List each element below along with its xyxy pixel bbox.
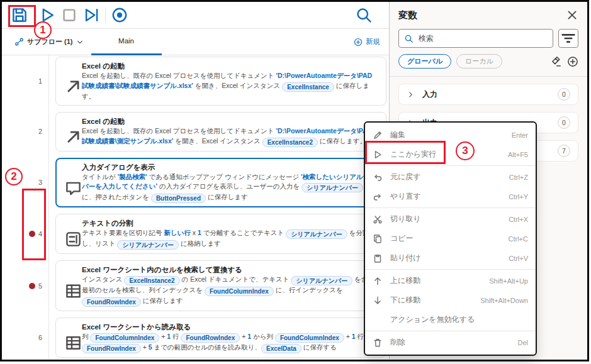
variable-pill[interactable]: ExcelData	[261, 344, 301, 353]
stop-button[interactable]	[60, 6, 78, 24]
action-card[interactable]: Excel ワークシートから読み取る列 FoundColumnIndex + 1…	[55, 317, 386, 358]
menu-item-label: 編集	[390, 130, 512, 140]
menu-item-shortcut: Ctrl+X	[509, 216, 528, 223]
action-row-rail[interactable]: 4	[2, 214, 48, 254]
action-title: Excel の起動	[82, 61, 378, 71]
pencil-icon	[373, 130, 383, 140]
action-row-rail[interactable]: 1	[2, 57, 48, 106]
menu-separator	[365, 165, 536, 166]
highlighted-value: 1	[247, 333, 251, 340]
variable-pill[interactable]: FoundColumnIndex	[275, 333, 344, 343]
menu-item[interactable]: 上に移動Shift+Alt+Up	[365, 271, 536, 290]
action-row-number: 3	[38, 179, 42, 186]
run-next-action-button[interactable]	[82, 6, 100, 24]
action-description: 列 FoundColumnIndex + 1 行 FoundRowIndex +…	[82, 332, 378, 353]
menu-item[interactable]: 切り取りCtrl+X	[365, 209, 536, 229]
run-icon	[38, 6, 56, 24]
arrow-down-icon	[373, 295, 383, 306]
menu-item[interactable]: 下に移動Shift+Alt+Down	[365, 290, 536, 310]
recorder-icon	[111, 6, 128, 24]
subflow-dropdown[interactable]: サブフロー (1)	[2, 37, 84, 47]
action-row-rail[interactable]: 2	[2, 112, 48, 152]
subflow-label: サブフロー (1)	[27, 37, 73, 47]
highlighted-value: 1	[352, 333, 356, 340]
menu-item-shortcut: Ctrl+V	[509, 255, 528, 262]
menu-item-label: 削除	[390, 337, 517, 348]
highlighted-value: 'D:\PowerAutoamteデータ\PAD試験成績書\測定サンプル.xls…	[82, 127, 372, 145]
variable-pill[interactable]: シリアルナンバー	[291, 276, 352, 285]
action-row-rail[interactable]: 5	[2, 260, 48, 311]
trash-icon	[373, 338, 383, 348]
menu-item[interactable]: 貼り付けCtrl+V	[365, 248, 536, 268]
action-list-canvas: 1Excel の起動Excel を起動し、既存の Excel プロセスを使用して…	[2, 55, 389, 359]
variable-pill[interactable]: ExcelInstance2	[124, 276, 179, 285]
tab-main[interactable]: Main	[91, 29, 162, 55]
save-icon	[11, 6, 28, 24]
action-title: Excel ワークシートから読み取る	[82, 322, 378, 332]
variable-pill[interactable]: シリアルナンバー	[286, 229, 347, 239]
variables-section-input[interactable]: 入力 0	[398, 84, 578, 105]
variable-search-input[interactable]	[417, 33, 548, 43]
menu-item-label: コピー	[390, 233, 509, 244]
menu-item-shortcut: Ctrl+Z	[509, 174, 528, 181]
variable-pill[interactable]: FoundRowIndex	[82, 297, 141, 307]
filter-button[interactable]	[558, 29, 578, 48]
action-card[interactable]: 入力ダイアログを表示タイトルが '製品検索' である通知ポップアップ ウィンドウ…	[55, 158, 386, 208]
close-icon[interactable]	[566, 9, 578, 21]
save-button[interactable]	[11, 6, 28, 24]
menu-item[interactable]: 元に戻すCtrl+Z	[365, 167, 536, 187]
count-badge: 7	[558, 145, 570, 157]
variable-pill[interactable]: ExcelInstance2	[262, 138, 318, 147]
action-row-rail[interactable]: 6	[2, 317, 48, 358]
variable-pill[interactable]: FoundRowIndex	[82, 344, 141, 353]
new-subflow-label: 新規	[366, 37, 380, 47]
breakpoint-dot[interactable]	[29, 283, 35, 289]
variable-pill[interactable]: シリアルナンバー	[117, 240, 179, 250]
variable-pill[interactable]: FoundColumnIndex	[205, 287, 274, 296]
cut-icon	[373, 214, 383, 224]
action-row-number: 1	[38, 77, 42, 85]
recorder-button[interactable]	[111, 6, 128, 24]
menu-separator	[365, 331, 536, 331]
menu-item-shortcut: Shift+Alt+Up	[489, 277, 528, 285]
variable-pill[interactable]: ButtonPressed	[151, 194, 206, 203]
action-card[interactable]: Excel の起動Excel を起動し、既存の Excel プロセスを使用してド…	[55, 57, 386, 106]
menu-item-shortcut: Ctrl+Y	[509, 193, 528, 201]
paste-icon	[373, 253, 383, 263]
highlighted-value: 5	[149, 343, 152, 351]
launch-excel-icon	[65, 126, 82, 147]
menu-item[interactable]: ここから実行Alt+F5	[365, 145, 536, 164]
menu-item-shortcut: Enter	[512, 131, 528, 139]
search-icon	[404, 34, 414, 43]
variable-pill[interactable]: ExcelInstance	[282, 82, 334, 92]
menu-item[interactable]: やり直すCtrl+Y	[365, 187, 536, 206]
action-card[interactable]: Excel の起動Excel を起動し、既存の Excel プロセスを使用してド…	[55, 112, 386, 152]
breakpoint-dot[interactable]	[29, 231, 35, 237]
add-variable-icon[interactable]	[567, 56, 578, 67]
panel-divider	[390, 76, 587, 77]
stop-icon	[60, 6, 78, 24]
menu-item[interactable]: 削除Del	[365, 333, 536, 352]
variable-pill[interactable]: シリアルナンバー	[301, 183, 363, 192]
action-card[interactable]: テキストの分割テキスト要素を区切り記号 新しい行 x 1 で分離することでテキス…	[55, 214, 386, 254]
scope-tab-global[interactable]: グローバル	[398, 54, 451, 69]
menu-separator	[365, 269, 536, 270]
eraser-icon[interactable]	[551, 56, 562, 67]
menu-item-label: 切り取り	[390, 214, 509, 224]
search-icon	[355, 6, 373, 24]
run-button[interactable]	[38, 6, 56, 24]
menu-item[interactable]: アクションを無効化する	[365, 310, 536, 329]
action-title: Excel の起動	[82, 116, 378, 126]
search-actions-button[interactable]	[355, 6, 373, 24]
variable-pill[interactable]: FoundColumnIndex	[90, 333, 159, 343]
new-subflow-button[interactable]: 新規	[354, 37, 380, 47]
menu-item[interactable]: 編集Enter	[365, 125, 536, 145]
action-description: Excel を起動し、既存の Excel プロセスを使用してドキュメント 'D:…	[82, 126, 378, 147]
action-row-number: 2	[38, 128, 42, 135]
action-row-rail[interactable]: 3	[2, 158, 48, 208]
variable-search-box[interactable]	[398, 29, 553, 48]
variable-pill[interactable]: FoundRowIndex	[181, 333, 240, 343]
action-card[interactable]: Excel ワークシート内のセルを検索して置換するインスタンス ExcelIns…	[55, 260, 386, 311]
menu-item[interactable]: コピーCtrl+C	[365, 229, 536, 248]
scope-tab-local[interactable]: ローカル	[456, 54, 502, 69]
